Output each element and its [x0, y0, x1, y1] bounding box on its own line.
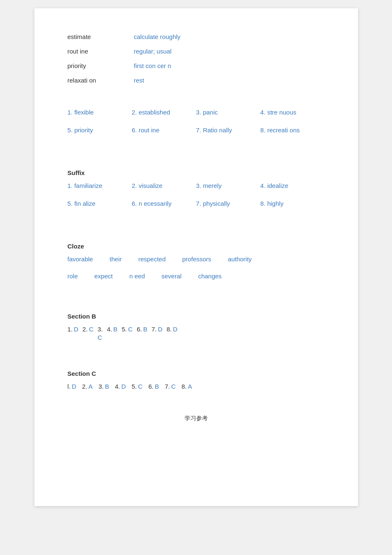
vocab-section: estimate calculate roughly rout ine regu…	[68, 33, 325, 84]
answer-val: D	[173, 326, 178, 333]
vocab-row-3: priority first con cer n	[68, 62, 325, 69]
item-word: physically	[203, 200, 230, 207]
vocab-term-2: rout ine	[68, 48, 134, 55]
item-word: priority	[74, 127, 93, 134]
item-word: Ratio nally	[203, 127, 232, 134]
item-word: n ecessarily	[139, 200, 171, 207]
suffix-row-1: 1. familiarize 2. visualize 3. merely 4.…	[68, 182, 325, 196]
item-word: recreati ons	[267, 127, 299, 134]
section-b-answers: 1. D 2. C 3. C 4. B 5. C	[68, 326, 325, 341]
answer-val: C	[128, 326, 133, 333]
item-num: 5.	[68, 127, 73, 134]
item-word: visualize	[139, 182, 163, 189]
answer-val: B	[155, 383, 159, 390]
answer-num: 3.	[97, 326, 103, 333]
answer-val: C	[171, 383, 176, 390]
cloze-row-1: favorable their respected professors aut…	[68, 256, 325, 267]
section-b-label: Section B	[68, 313, 325, 320]
answer-item: 8. A	[182, 383, 192, 390]
cloze-word: role	[68, 273, 78, 280]
cloze-word: expect	[95, 273, 113, 280]
answer-num: 6.	[149, 383, 154, 390]
list-item: 5. priority	[68, 127, 132, 134]
answer-val: A	[188, 383, 192, 390]
answer-val: B	[105, 383, 109, 390]
item-word: stre nuous	[267, 109, 296, 116]
item-num: 7.	[196, 127, 202, 134]
item-word: fin alize	[74, 200, 95, 207]
item-word: idealize	[267, 182, 288, 189]
answer-item: 4. D	[115, 383, 126, 390]
suffix-label: Suffix	[68, 169, 325, 176]
answer-val: D	[121, 383, 126, 390]
list-item: 4. idealize	[261, 182, 325, 189]
answer-num: 7.	[151, 326, 157, 333]
prefix-section: 1. flexible 2. established 3. panic 4. s…	[68, 109, 325, 140]
suffix-section: Suffix 1. familiarize 2. visualize 3. me…	[68, 169, 325, 214]
answer-item: 6. B	[149, 383, 159, 390]
answer-num: 4.	[107, 326, 112, 333]
cloze-row-2: role expect n eed several changes	[68, 273, 325, 284]
list-item: 1. flexible	[68, 109, 132, 116]
answer-num: 3.	[98, 383, 104, 390]
answer-item: 7. D	[151, 326, 162, 333]
cloze-word: n eed	[129, 273, 145, 280]
list-item: 2. visualize	[132, 182, 196, 189]
vocab-def-4: rest	[134, 77, 325, 84]
answer-item: 3. C	[97, 326, 103, 341]
item-num: 1.	[68, 182, 73, 189]
cloze-word: respected	[138, 256, 166, 263]
item-num: 2.	[132, 109, 137, 116]
answer-item: 1. D	[68, 326, 78, 333]
item-word: merely	[203, 182, 222, 189]
list-item: 3. merely	[196, 182, 261, 189]
vocab-def-2: regular; usual	[134, 48, 325, 55]
cloze-word: changes	[198, 273, 222, 280]
answer-num: 1.	[68, 326, 73, 333]
cloze-label: Cloze	[68, 243, 325, 250]
answer-item: 2. C	[83, 326, 93, 333]
section-c-answers: l. D 2. A 3. B 4. D 5. C 6. B	[68, 383, 325, 390]
item-num: 6.	[132, 200, 137, 207]
cloze-word: their	[110, 256, 122, 263]
answer-item: 4. B	[107, 326, 118, 333]
answer-val: D	[158, 326, 163, 333]
answer-num: 8.	[167, 326, 172, 333]
vocab-row-1: estimate calculate roughly	[68, 33, 325, 40]
answer-val: C	[89, 326, 93, 333]
item-num: 2.	[132, 182, 137, 189]
item-num: 6.	[132, 127, 137, 134]
vocab-def-3: first con cer n	[134, 62, 325, 69]
section-b-block: Section B 1. D 2. C 3. C 4. B	[68, 313, 325, 341]
answer-item: 8. D	[167, 326, 178, 333]
list-item: 8. recreati ons	[261, 127, 325, 134]
answer-num: 5.	[122, 326, 127, 333]
cloze-word: several	[161, 273, 181, 280]
answer-val: D	[72, 383, 76, 390]
item-num: 8.	[261, 127, 266, 134]
section-c-label: Section C	[68, 370, 325, 377]
page: estimate calculate roughly rout ine regu…	[34, 8, 358, 506]
list-item: 8. highly	[261, 200, 325, 207]
answer-val: D	[74, 326, 78, 333]
item-num: 4.	[261, 182, 266, 189]
answer-num: 6.	[137, 326, 142, 333]
answer-num: l.	[68, 383, 71, 390]
footer-text: 学习参考	[68, 415, 325, 422]
answer-item: 5. C	[131, 383, 142, 390]
answer-num: 8.	[182, 383, 187, 390]
vocab-term-1: estimate	[68, 33, 134, 40]
item-word: established	[139, 109, 170, 116]
prefix-row-1: 1. flexible 2. established 3. panic 4. s…	[68, 109, 325, 122]
item-num: 3.	[196, 182, 202, 189]
item-num: 8.	[261, 200, 266, 207]
prefix-row-2: 5. priority 6. rout ine 7. Ratio nally 8…	[68, 127, 325, 140]
item-word: familiarize	[74, 182, 102, 189]
answer-item: 6. B	[137, 326, 148, 333]
item-num: 3.	[196, 109, 202, 116]
list-item: 5. fin alize	[68, 200, 132, 207]
cloze-word: professors	[182, 256, 211, 263]
suffix-row-2: 5. fin alize 6. n ecessarily 7. physical…	[68, 200, 325, 214]
section-c-block: Section C l. D 2. A 3. B 4. D 5. C	[68, 370, 325, 390]
cloze-section: Cloze favorable their respected professo…	[68, 243, 325, 284]
